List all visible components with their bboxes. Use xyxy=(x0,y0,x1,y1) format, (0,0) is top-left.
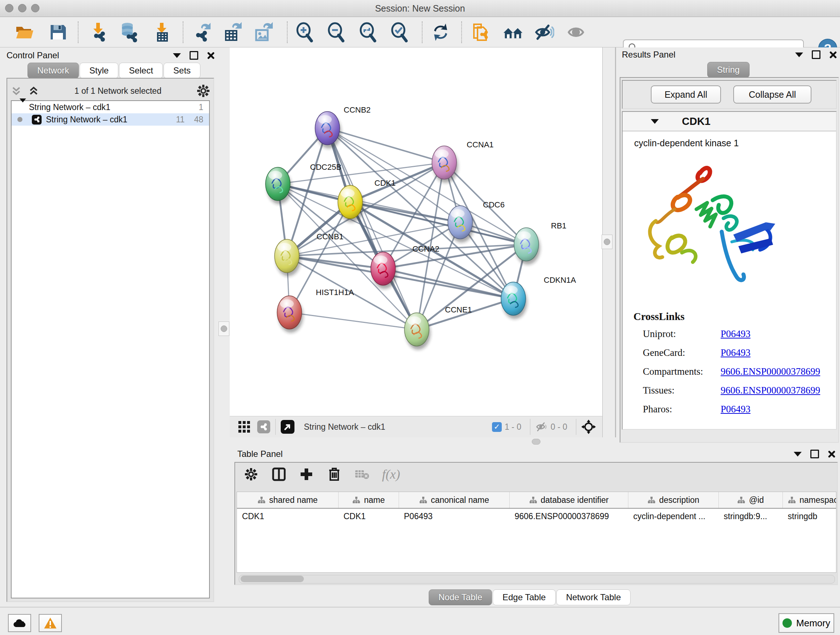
import-network-icon[interactable] xyxy=(88,22,109,42)
network-collection-row[interactable]: String Network – cdk1 1 xyxy=(11,101,209,113)
column-header-shared-name[interactable]: shared name xyxy=(237,492,339,508)
show-columns-icon[interactable] xyxy=(272,467,286,481)
tab-network-table[interactable]: Network Table xyxy=(556,589,631,605)
open-session-icon[interactable] xyxy=(14,22,35,42)
column-header--id[interactable]: @id xyxy=(719,492,783,508)
add-column-icon[interactable] xyxy=(300,467,313,481)
memory-button[interactable]: Memory xyxy=(778,613,834,633)
expand-all-button[interactable]: Expand All xyxy=(651,86,721,103)
crosslink-row: Compartments:9606.ENSP00000378699 xyxy=(643,366,836,377)
control-panel: Control Panel NetworkStyleSelectSets 1 o… xyxy=(4,48,217,604)
import-network-database-icon[interactable] xyxy=(118,22,139,42)
panel-menu-icon[interactable] xyxy=(794,452,802,456)
network-view-canvas[interactable]: CCNB2CCNA1CDC25BCDK1CDC6RB1CCNB1CCNA2CDK… xyxy=(230,48,603,416)
network-row-selected[interactable]: String Network – cdk1 11 48 xyxy=(11,113,209,126)
table-cell[interactable]: cyclin-dependent ... xyxy=(628,508,719,524)
tab-node-table[interactable]: Node Table xyxy=(429,589,492,605)
import-table-icon[interactable] xyxy=(152,22,172,42)
zoom-fit-icon[interactable] xyxy=(358,22,378,42)
cloud-status-button[interactable] xyxy=(8,614,31,632)
panel-close-icon[interactable] xyxy=(207,52,214,59)
network-view-statusbar: String Network – cdk1 ✓ 1 - 0 0 - 0 xyxy=(230,416,603,437)
zoom-selected-icon[interactable] xyxy=(390,22,410,42)
hide-selected-icon[interactable] xyxy=(534,22,554,42)
node-table[interactable]: shared namenamecanonical namedatabase id… xyxy=(237,492,836,524)
left-splitter-handle[interactable] xyxy=(218,321,229,336)
crosslink-value-link[interactable]: P06493 xyxy=(721,328,751,340)
panel-close-icon[interactable] xyxy=(829,51,836,58)
results-tab-string[interactable]: String xyxy=(707,62,750,78)
network-node-CDKN1A[interactable]: CDKN1A xyxy=(501,276,576,319)
panel-menu-icon[interactable] xyxy=(173,53,181,58)
column-header-namespace[interactable]: namespace xyxy=(783,492,837,508)
results-panel: Results Panel String Expand All Collapse… xyxy=(617,48,840,445)
table-row[interactable]: CDK1CDK1P064939606.ENSP00000378699cyclin… xyxy=(237,508,836,524)
tab-style[interactable]: Style xyxy=(80,63,118,79)
table-cell[interactable]: CDK1 xyxy=(339,508,399,524)
panel-float-icon[interactable] xyxy=(189,51,198,60)
export-image-icon[interactable] xyxy=(253,22,273,42)
column-header-name[interactable]: name xyxy=(339,492,399,508)
table-cell[interactable]: P06493 xyxy=(399,508,510,524)
open-in-window-icon[interactable] xyxy=(281,420,294,434)
home-icon[interactable] xyxy=(503,22,523,42)
column-header-description[interactable]: description xyxy=(628,492,719,508)
collapse-all-button[interactable]: Collapse All xyxy=(733,86,812,103)
application-window: Session: New Session xyxy=(0,0,840,635)
crosslink-label: Pharos: xyxy=(643,404,721,415)
network-birdseye-toggle-icon[interactable] xyxy=(257,420,270,433)
tab-network[interactable]: Network xyxy=(27,63,79,79)
delete-column-icon[interactable] xyxy=(328,467,341,481)
crosslink-value-link[interactable]: 9606.ENSP00000378699 xyxy=(721,385,820,396)
crosslink-value-link[interactable]: P06493 xyxy=(721,347,751,358)
right-splitter-handle[interactable] xyxy=(602,234,613,249)
table-horizontal-scrollbar[interactable] xyxy=(239,575,835,584)
tab-sets[interactable]: Sets xyxy=(164,63,201,79)
crosslink-label: GeneCard: xyxy=(643,347,721,358)
column-header-canonical-name[interactable]: canonical name xyxy=(399,492,510,508)
tab-edge-table[interactable]: Edge Table xyxy=(493,589,556,605)
expand-all-chevron-icon[interactable] xyxy=(28,86,39,96)
table-cell[interactable]: stringdb:9... xyxy=(719,508,783,524)
network-edge-CCNE1-HIST1H1A[interactable] xyxy=(289,312,417,329)
string-import-icon[interactable] xyxy=(471,22,491,42)
panel-float-icon[interactable] xyxy=(810,450,819,458)
save-session-icon[interactable] xyxy=(48,22,68,42)
zoom-in-icon[interactable] xyxy=(295,22,315,42)
table-options-gear-icon[interactable] xyxy=(245,468,257,481)
network-node-CCNA1[interactable]: CCNA1 xyxy=(432,140,494,183)
network-node-RB1[interactable]: RB1 xyxy=(514,221,567,264)
refresh-network-icon[interactable] xyxy=(431,22,451,42)
zoom-out-icon[interactable] xyxy=(326,22,347,42)
network-edge-CCNB2-CCNA1[interactable] xyxy=(327,128,444,163)
crosslink-value-link[interactable]: 9606.ENSP00000378699 xyxy=(721,366,820,377)
birdseye-crosshair-icon[interactable] xyxy=(581,420,596,434)
warning-status-button[interactable] xyxy=(39,614,62,632)
table-cell[interactable]: CDK1 xyxy=(237,508,339,524)
gene-section-header[interactable]: CDK1 xyxy=(622,112,836,131)
scrollbar-thumb[interactable] xyxy=(240,576,304,582)
panel-float-icon[interactable] xyxy=(812,50,821,59)
main-toolbar: ? xyxy=(0,17,840,48)
column-header-database-identifier[interactable]: database identifier xyxy=(510,492,628,508)
collapse-all-chevron-icon[interactable] xyxy=(11,86,22,96)
panel-close-icon[interactable] xyxy=(828,450,835,458)
tab-select[interactable]: Select xyxy=(119,63,163,79)
export-table-icon[interactable] xyxy=(223,22,243,42)
crosslink-value-link[interactable]: P06493 xyxy=(721,404,751,415)
selected-indicator-checkbox[interactable]: ✓ xyxy=(492,422,502,432)
panel-menu-icon[interactable] xyxy=(795,52,803,57)
horizontal-splitter-handle[interactable] xyxy=(532,439,540,445)
table-cell[interactable]: 9606.ENSP00000378699 xyxy=(510,508,628,524)
network-options-gear-icon[interactable] xyxy=(197,84,210,97)
export-network-icon[interactable] xyxy=(193,22,213,42)
grid-view-icon[interactable] xyxy=(238,420,251,433)
control-panel-title: Control Panel xyxy=(6,50,59,60)
network-edge-CCNB1-CCNA1[interactable] xyxy=(287,163,444,256)
network-edge-CCNA2-CDKN1A[interactable] xyxy=(383,269,513,299)
table-toolbar: f(x) xyxy=(235,463,837,486)
network-edge-CCNB2-RB1[interactable] xyxy=(327,128,526,244)
table-cell[interactable]: stringdb xyxy=(783,508,837,524)
collapse-section-icon[interactable] xyxy=(651,119,659,124)
network-edge-CCNB2-CCNE1[interactable] xyxy=(327,128,417,329)
